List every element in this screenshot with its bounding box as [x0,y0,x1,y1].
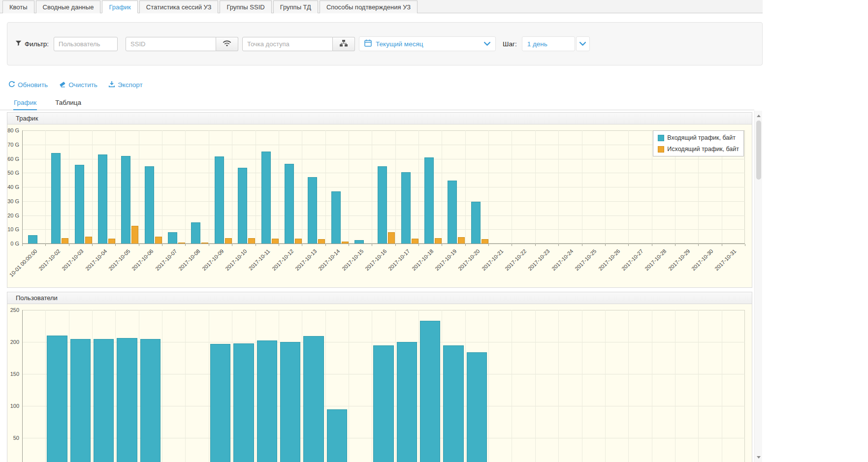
main-tab-4[interactable]: Группы SSID [220,0,271,13]
legend-swatch-icon [658,146,664,153]
traffic-chart: 0 G10 G20 G30 G40 G50 G60 G70 G80 G10-01… [7,124,752,287]
bar-outgoing [272,239,279,244]
bar-outgoing [295,239,302,244]
axis-tick [115,244,116,246]
y-tick-label: 150 [7,371,19,377]
step-select-trigger[interactable] [576,36,590,51]
gridline-v [488,130,489,244]
bar-incoming [75,165,84,244]
axis-tick [698,244,699,246]
bar-users [257,340,277,462]
legend-item[interactable]: Исходящий трафик, байт [658,146,739,153]
gridline-v [256,310,256,462]
y-tick-label: 250 [7,307,19,313]
gridline-v [302,130,302,244]
gridline-v [512,310,512,462]
ssid-filter-input[interactable] [126,37,216,51]
bar-incoming [28,235,37,244]
bar-users [303,336,323,462]
legend-item[interactable]: Входящий трафик, байт [658,134,739,141]
y-tick-label: 100 [7,403,19,409]
y-axis-line [22,130,23,244]
axis-tick [302,244,302,246]
calendar-icon [364,39,372,48]
axis-tick [139,244,139,246]
bar-incoming [331,191,341,244]
main-tab-bar: КвотыСводные данныеГрафикСтатистика сесс… [0,0,763,13]
clear-link[interactable]: Очистить [59,80,97,89]
gridline-v [558,310,559,462]
user-filter-input[interactable] [54,37,118,51]
axis-tick [442,244,442,246]
axis-tick [582,244,582,246]
axis-tick [185,244,186,246]
refresh-link[interactable]: Обновить [8,80,48,89]
legend-label: Входящий трафик, байт [667,134,736,141]
filter-label: Фильтр: [25,40,49,48]
ssid-picker-button[interactable] [216,37,238,51]
bar-incoming [308,177,317,244]
bar-outgoing [412,239,418,244]
gridline-v [115,310,116,462]
access-point-picker-button[interactable] [333,37,355,51]
axis-tick [745,244,745,246]
gridline-v [279,130,279,244]
bar-users [94,339,114,462]
gridline-v [652,310,652,462]
gridline-v [139,130,139,244]
axis-tick [92,244,93,246]
axis-tick [162,244,162,246]
bar-incoming [424,157,434,244]
scrollbar-thumb[interactable] [756,121,761,180]
bar-users [420,321,440,462]
gridline-v [185,130,186,244]
view-tab-0[interactable]: График [13,96,37,110]
gridline-v [232,310,232,462]
legend-swatch-icon [658,135,664,141]
main-tab-2[interactable]: График [102,0,137,13]
gridline-v [69,130,69,244]
traffic-panel: Трафик 0 G10 G20 G30 G40 G50 G60 G70 G80… [7,112,752,288]
scroll-down-button[interactable] [755,454,762,460]
gridline-v [325,310,326,462]
main-tab-5[interactable]: Группы ТД [273,0,318,13]
gridline-v [582,130,582,244]
bar-users [70,339,91,462]
axis-tick [722,244,722,246]
bar-incoming [145,166,154,244]
gridline-v [279,310,279,462]
scroll-up-button[interactable] [755,113,762,119]
gridline-v [372,310,372,462]
y-tick-label: 30 G [7,198,19,204]
gridline-v [209,310,209,462]
y-tick-label: 60 G [7,156,19,162]
main-tab-3[interactable]: Статистика сессий УЗ [139,0,219,13]
vertical-scrollbar[interactable] [754,111,762,462]
axis-tick [558,244,559,246]
main-tab-0[interactable]: Квоты [2,0,34,13]
main-tab-1[interactable]: Сводные данные [36,0,101,13]
gridline-v [139,310,139,462]
period-select[interactable]: Текущий месяц [359,36,496,51]
gridline-v [442,310,442,462]
main-tab-6[interactable]: Способы подтверждения УЗ [320,0,418,13]
bar-outgoing [248,238,255,244]
bar-outgoing [85,237,92,244]
clear-label: Очистить [68,81,97,89]
access-point-filter-input[interactable] [242,37,333,51]
axis-tick [349,244,349,246]
step-select[interactable]: 1 день [522,36,575,51]
bar-incoming [51,153,61,244]
view-tab-bar: ГрафикТаблица [0,96,754,110]
gridline-v [535,310,536,462]
gridline-v [372,130,372,244]
gridline-h [22,145,745,145]
gridline-v [442,130,442,244]
bar-outgoing [318,239,325,244]
y-axis-line [22,310,23,462]
gridline-v [185,310,186,462]
step-label: Шаг: [503,40,517,48]
export-link[interactable]: Экспорт [108,80,143,89]
view-tab-1[interactable]: Таблица [55,96,82,110]
gridline-v [652,130,652,244]
